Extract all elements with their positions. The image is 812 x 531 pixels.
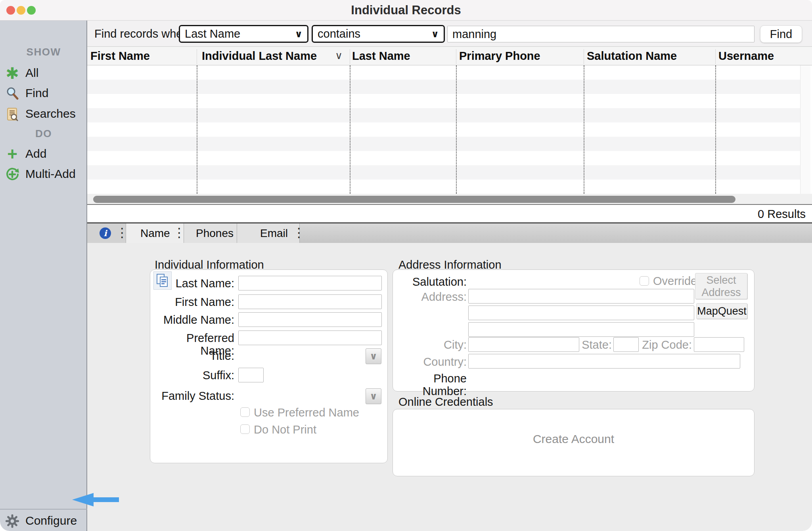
find-button[interactable]: Find bbox=[760, 25, 802, 43]
info-icon: i bbox=[100, 227, 111, 239]
drag-handle-icon[interactable]: ⋮ bbox=[293, 223, 305, 243]
detail-tab-bar: i ⋮ Name ⋮ Phones ⋮ Email ⋮ bbox=[87, 222, 812, 243]
sidebar-item-label: Multi-Add bbox=[25, 166, 76, 182]
column-header-individual-last-name[interactable]: Individual Last Name bbox=[202, 47, 317, 65]
mapquest-button[interactable]: MapQuest bbox=[696, 303, 747, 319]
sidebar-item-label: Configure bbox=[25, 513, 77, 529]
tab-name[interactable]: Name ⋮ bbox=[126, 223, 184, 243]
state-input[interactable] bbox=[613, 337, 639, 352]
use-preferred-name-label: Use Preferred Name bbox=[254, 407, 359, 418]
tab-email[interactable]: Email ⋮ bbox=[237, 223, 300, 243]
chevron-down-icon: ∨ bbox=[370, 351, 377, 361]
horizontal-scrollbar-track[interactable] bbox=[87, 194, 812, 205]
sidebar-item-add[interactable]: + Add bbox=[0, 146, 87, 162]
sidebar-item-configure[interactable]: Configure bbox=[0, 513, 87, 529]
sidebar-section-do: DO bbox=[0, 127, 87, 140]
middle-name-input[interactable] bbox=[238, 312, 382, 327]
sidebar-item-find[interactable]: Find bbox=[0, 85, 87, 101]
column-header-first-name[interactable]: First Name bbox=[90, 47, 150, 65]
column-divider bbox=[584, 65, 584, 194]
sidebar-item-label: All bbox=[25, 65, 38, 81]
individual-records-window: Individual Records SHOW ✱ All Find bbox=[0, 0, 812, 531]
column-header-last-name[interactable]: Last Name bbox=[352, 47, 410, 65]
sidebar-item-all[interactable]: ✱ All bbox=[0, 65, 87, 81]
create-account-label[interactable]: Create Account bbox=[393, 432, 754, 446]
annotation-arrow bbox=[71, 492, 120, 507]
individual-information-panel: Last Name: First Name: Middle Name: Pref… bbox=[150, 269, 388, 463]
sidebar-item-multi-add[interactable]: Multi-Add bbox=[0, 166, 87, 182]
search-field-dropdown[interactable]: Last Name ∨ bbox=[179, 25, 308, 43]
detail-content-area: Individual Information Address Informati… bbox=[87, 243, 812, 531]
search-prefix-label: Find records where bbox=[94, 21, 193, 47]
override-checkbox[interactable] bbox=[640, 276, 649, 286]
search-operator-dropdown[interactable]: contains ∨ bbox=[312, 25, 445, 43]
family-status-dropdown-button[interactable]: ∨ bbox=[366, 388, 381, 404]
title-label: Title: bbox=[150, 350, 234, 362]
results-table-body[interactable] bbox=[87, 65, 800, 194]
online-credentials-panel: Create Account bbox=[393, 409, 755, 476]
first-name-label: First Name: bbox=[150, 296, 234, 308]
tab-phones[interactable]: Phones ⋮ bbox=[184, 223, 237, 243]
search-query-input[interactable] bbox=[447, 26, 755, 42]
city-input[interactable] bbox=[468, 337, 579, 352]
sidebar-item-searches[interactable]: Searches bbox=[0, 106, 87, 122]
column-divider bbox=[350, 65, 350, 194]
chevron-down-icon: ∨ bbox=[295, 26, 303, 42]
suffix-input[interactable] bbox=[238, 368, 264, 382]
tab-label: Name bbox=[140, 223, 170, 243]
address-line3-input[interactable] bbox=[468, 322, 694, 337]
city-label: City: bbox=[393, 338, 467, 351]
suffix-label: Suffix: bbox=[150, 369, 234, 382]
asterisk-icon: ✱ bbox=[5, 66, 20, 81]
chevron-down-icon: ∨ bbox=[370, 391, 377, 401]
column-header-primary-phone[interactable]: Primary Phone bbox=[459, 47, 540, 65]
first-name-input[interactable] bbox=[238, 294, 382, 309]
tab-label: Phones bbox=[196, 223, 234, 243]
vertical-scrollbar-track[interactable] bbox=[800, 65, 810, 194]
results-count: 0 Results bbox=[758, 206, 806, 222]
column-divider bbox=[197, 65, 197, 194]
window-title: Individual Records bbox=[0, 0, 812, 21]
do-not-print-label: Do Not Print bbox=[254, 424, 316, 435]
do-not-print-checkbox[interactable] bbox=[240, 424, 250, 434]
last-name-input[interactable] bbox=[238, 276, 382, 290]
salutation-label: Salutation: bbox=[393, 275, 467, 288]
title-dropdown-button[interactable]: ∨ bbox=[366, 348, 381, 364]
middle-name-label: Middle Name: bbox=[150, 313, 234, 326]
select-address-button[interactable]: Select Address bbox=[695, 273, 747, 299]
tab-label: Email bbox=[260, 223, 288, 243]
country-input[interactable] bbox=[468, 354, 740, 369]
sidebar-item-label: Find bbox=[25, 85, 48, 101]
zip-code-input[interactable] bbox=[694, 337, 744, 352]
phone-number-label: Phone Number: bbox=[393, 372, 467, 385]
sidebar-item-label: Add bbox=[25, 146, 46, 162]
preferred-name-input[interactable] bbox=[238, 330, 382, 345]
address-line2-input[interactable] bbox=[468, 306, 694, 320]
sidebar-divider bbox=[0, 509, 87, 510]
column-header-salutation-name[interactable]: Salutation Name bbox=[587, 47, 677, 65]
state-label: State: bbox=[572, 338, 612, 351]
sidebar-section-show: SHOW bbox=[0, 45, 87, 59]
magnifier-icon bbox=[5, 86, 20, 101]
results-table-header: First Name Individual Last Name ∨ Last N… bbox=[87, 47, 812, 65]
title-bar: Individual Records bbox=[0, 0, 812, 21]
sort-chevron-icon[interactable]: ∨ bbox=[335, 47, 343, 65]
country-label: Country: bbox=[393, 355, 467, 368]
preferred-name-label: Preferred Name: bbox=[150, 332, 234, 344]
column-divider bbox=[456, 65, 457, 194]
address-line1-input[interactable] bbox=[468, 289, 694, 304]
gear-icon bbox=[5, 514, 20, 529]
chevron-down-icon: ∨ bbox=[431, 26, 439, 42]
horizontal-scrollbar-thumb[interactable] bbox=[93, 196, 735, 203]
results-status-row: 0 Results bbox=[87, 206, 812, 222]
plus-icon: + bbox=[5, 147, 20, 162]
override-label: Override bbox=[653, 275, 697, 287]
column-header-username[interactable]: Username bbox=[718, 47, 774, 65]
info-tab[interactable]: i ⋮ bbox=[87, 223, 126, 243]
last-name-label: Last Name: bbox=[150, 277, 234, 290]
search-field-value: Last Name bbox=[185, 26, 240, 42]
sidebar: SHOW ✱ All Find bbox=[0, 21, 87, 531]
address-label: Address: bbox=[393, 290, 467, 303]
zip-code-label: Zip Code: bbox=[637, 338, 692, 351]
use-preferred-name-checkbox[interactable] bbox=[240, 407, 250, 417]
